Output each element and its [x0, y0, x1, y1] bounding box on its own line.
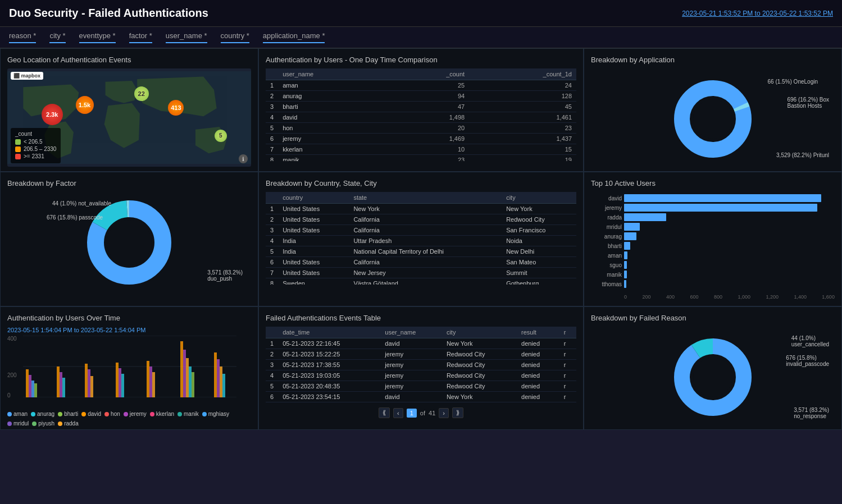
row-num: 4 [266, 370, 278, 381]
time-chart: 400 200 0 [7, 336, 251, 409]
legend-entry: radda [58, 420, 79, 427]
svg-rect-17 [57, 366, 60, 397]
table-row: 1 05-21-2023 22:16:45 david New York den… [266, 338, 576, 349]
country-table-wrapper[interactable]: country state city 1 United States New Y… [266, 192, 576, 285]
cell-username: manik [278, 155, 391, 162]
svg-rect-27 [149, 366, 152, 397]
col-city[interactable]: city [442, 327, 517, 338]
row-num: 7 [266, 268, 278, 278]
svg-rect-25 [121, 374, 124, 397]
bar-label: anurag [591, 233, 622, 240]
auth-table-wrapper[interactable]: user_name _count _count_1d 1 aman 25 24 … [266, 68, 576, 161]
bubble-2.3k[interactable]: 2.3k [42, 104, 63, 125]
map-info-icon[interactable]: ℹ [239, 154, 248, 163]
cell-result: denied [517, 338, 559, 349]
cell-state: National Capital Territory of Delhi [349, 246, 502, 257]
cell-datetime: 05-21-2023 23:54:15 [278, 392, 380, 402]
bar-track [624, 232, 835, 240]
time-series-svg: May 16 May 17 May 18 May 19 May 20 May 2… [23, 336, 236, 397]
country-table: country state city 1 United States New Y… [266, 192, 576, 285]
col-user[interactable]: user_name [380, 327, 442, 338]
legend-dot-1 [15, 139, 21, 145]
table-row: 3 bharti 47 45 [266, 102, 576, 112]
cell-count1d: 23 [469, 123, 576, 134]
svg-rect-32 [189, 366, 192, 397]
col-country[interactable]: country [278, 192, 349, 204]
legend-name: piyush [38, 420, 54, 427]
cell-country: India [278, 236, 349, 246]
legend-dot-3 [15, 154, 21, 159]
cell-count1d: 19 [469, 155, 576, 162]
svg-rect-37 [222, 374, 225, 397]
cell-city: San Mateo [502, 257, 576, 268]
factor-title: Breakdown by Factor [7, 179, 251, 187]
cell-state: New York [349, 204, 502, 214]
failed-table-wrapper[interactable]: date_time user_name city result r 1 05-2… [266, 327, 576, 405]
cell-count: 10 [391, 144, 469, 155]
cell-user: jeremy [380, 370, 442, 381]
svg-rect-16 [34, 383, 37, 397]
filter-reason[interactable]: reason * [9, 31, 36, 43]
auth-table-panel: Authentication by Users - One Day Time C… [258, 48, 584, 172]
legend-color [31, 412, 35, 416]
bar-label: mridul [591, 224, 622, 230]
col-count1d[interactable]: _count_1d [469, 68, 576, 80]
table-row: 2 anurag 94 128 [266, 91, 576, 102]
bar-fill [624, 194, 821, 202]
first-page-btn[interactable]: ⟪ [379, 407, 390, 418]
bubble-1.5k[interactable]: 1.5k [76, 96, 94, 114]
app-donut-svg [668, 74, 758, 164]
bar-track [624, 280, 835, 288]
filter-city[interactable]: city * [49, 31, 65, 43]
bar-track [624, 242, 835, 250]
col-username[interactable]: user_name [278, 68, 391, 80]
cell-user: david [380, 392, 442, 402]
svg-rect-31 [186, 358, 189, 397]
prev-page-btn[interactable]: ‹ [393, 408, 403, 418]
bar-row: mridul [591, 223, 835, 231]
filter-appname[interactable]: application_name * [263, 31, 325, 43]
cell-result: denied [517, 349, 559, 360]
col-result[interactable]: result [517, 327, 559, 338]
time-range[interactable]: 2023-05-21 1:53:52 PM to 2023-05-22 1:53… [682, 10, 833, 17]
col-r[interactable]: r [559, 327, 576, 338]
legend-name: aman [13, 411, 28, 417]
filter-country[interactable]: country * [221, 31, 249, 43]
legend-entry: anurag [31, 411, 54, 417]
geo-title: Geo Location of Authentication Events [7, 56, 251, 64]
map-container: ⬛ mapbox [7, 68, 251, 167]
time-legend: aman anurag bharti david hon jeremy kker… [7, 411, 251, 427]
table-row: 1 aman 25 24 [266, 80, 576, 91]
cell-username: bharti [278, 102, 391, 112]
bar-row: tthomas [591, 280, 835, 288]
legend-name: manik [184, 411, 199, 417]
legend-dot-2 [15, 146, 21, 152]
bubble-22[interactable]: 22 [134, 86, 149, 101]
next-page-btn[interactable]: › [439, 408, 449, 418]
top-users-title: Top 10 Active Users [591, 179, 835, 187]
cell-datetime: 05-21-2023 15:22:25 [278, 349, 380, 360]
cell-state: Västra Götaland [349, 278, 502, 285]
filter-username[interactable]: user_name * [166, 31, 207, 43]
svg-point-8 [107, 220, 152, 265]
bubble-5[interactable]: 5 [215, 130, 227, 142]
legend-text-2: 206.5 – 2330 [24, 146, 56, 152]
col-datetime[interactable]: date_time [278, 327, 380, 338]
svg-rect-35 [217, 359, 220, 397]
mapbox-logo: ⬛ mapbox [11, 72, 43, 80]
cell-country: United States [278, 204, 349, 214]
svg-rect-26 [147, 361, 149, 397]
app-panel-title: Breakdown by Application [591, 56, 835, 64]
filter-eventtype[interactable]: eventtype * [79, 31, 116, 43]
col-state[interactable]: state [349, 192, 502, 204]
bar-track [624, 213, 835, 221]
legend-color [150, 412, 154, 416]
last-page-btn[interactable]: ⟫ [452, 407, 463, 418]
country-title: Breakdown by Country, State, City [266, 179, 576, 187]
app-label-2: 696 (16.2%) BoxBastion Hosts [788, 97, 830, 109]
svg-rect-36 [220, 366, 222, 397]
col-city[interactable]: city [502, 192, 576, 204]
filter-factor[interactable]: factor * [129, 31, 152, 43]
cell-state: Uttar Pradesh [349, 236, 502, 246]
col-count[interactable]: _count [391, 68, 469, 80]
